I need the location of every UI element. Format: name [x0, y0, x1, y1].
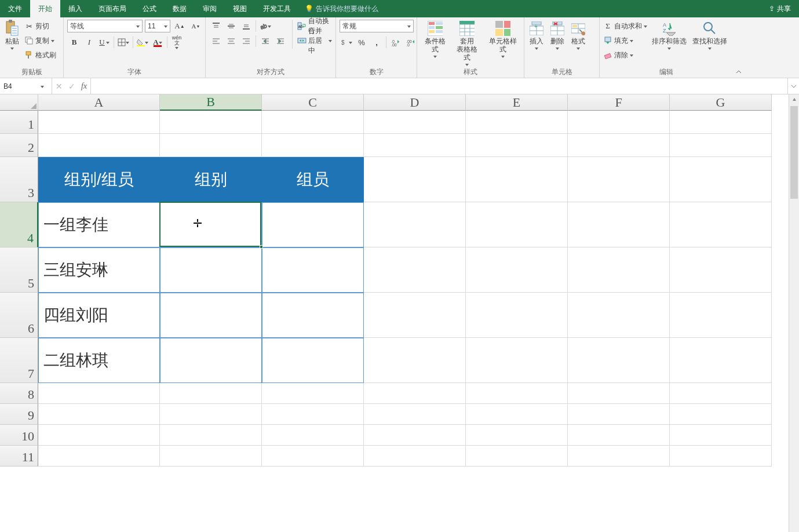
collapse-ribbon-button[interactable]	[733, 17, 745, 78]
tab-dev[interactable]: 开发工具	[255, 0, 299, 17]
row-header-5[interactable]: 5	[0, 247, 38, 293]
copy-button[interactable]: 复制	[24, 34, 56, 47]
tab-data[interactable]: 数据	[165, 0, 195, 17]
align-top-button[interactable]	[209, 20, 223, 32]
cell-F8[interactable]	[568, 383, 670, 404]
formula-input[interactable]	[91, 78, 787, 94]
tab-page-layout[interactable]: 页面布局	[90, 0, 134, 17]
decrease-indent-button[interactable]	[258, 35, 272, 48]
conditional-format-button[interactable]: 条件格式	[421, 20, 450, 59]
cell-C4[interactable]	[262, 202, 364, 247]
cell-F2[interactable]	[568, 134, 670, 157]
cell-D7[interactable]	[364, 338, 466, 383]
underline-button[interactable]: U	[97, 36, 111, 49]
row-header-8[interactable]: 8	[0, 383, 38, 404]
cell-A7[interactable]: 二组林琪	[38, 338, 160, 383]
tab-insert[interactable]: 插入	[60, 0, 90, 17]
cell-A8[interactable]	[38, 383, 160, 404]
border-button[interactable]	[116, 36, 130, 49]
vertical-scrollbar[interactable]	[789, 94, 799, 532]
cell-D10[interactable]	[364, 425, 466, 446]
tab-home[interactable]: 开始	[30, 0, 60, 17]
tell-me-search[interactable]: 💡 告诉我你想要做什么	[305, 4, 378, 14]
cell-A11[interactable]	[38, 446, 160, 467]
name-box[interactable]	[0, 78, 52, 94]
cell-F11[interactable]	[568, 446, 670, 467]
decrease-font-button[interactable]: A▼	[189, 20, 203, 32]
tab-formulas[interactable]: 公式	[134, 0, 165, 17]
fx-button[interactable]: fx	[81, 82, 87, 91]
cell-F7[interactable]	[568, 338, 670, 383]
orientation-button[interactable]: ab	[258, 20, 272, 32]
cell-B8[interactable]	[160, 383, 262, 404]
cell-E8[interactable]	[466, 383, 568, 404]
cell-G9[interactable]	[670, 404, 772, 425]
cell-B5[interactable]	[160, 247, 262, 293]
col-header-E[interactable]: E	[466, 94, 568, 111]
row-header-3[interactable]: 3	[0, 157, 38, 202]
share-button[interactable]: ⇪ 共享	[769, 4, 791, 14]
select-all-corner[interactable]	[0, 94, 38, 111]
delete-cells-button[interactable]: 删除	[549, 20, 566, 51]
expand-formula-bar-button[interactable]	[787, 78, 799, 94]
font-name-combo[interactable]: 等线	[67, 20, 143, 32]
cell-E9[interactable]	[466, 404, 568, 425]
number-format-combo[interactable]: 常规	[340, 20, 414, 32]
align-middle-button[interactable]	[224, 20, 238, 32]
cell-G1[interactable]	[670, 111, 772, 134]
cell-B2[interactable]	[160, 134, 262, 157]
cell-A9[interactable]	[38, 404, 160, 425]
cell-B1[interactable]	[160, 111, 262, 134]
col-header-G[interactable]: G	[670, 94, 772, 111]
cell-G2[interactable]	[670, 134, 772, 157]
cell-B6[interactable]	[160, 293, 262, 338]
cell-G3[interactable]	[670, 157, 772, 202]
cell-C3[interactable]: 组员	[262, 157, 364, 202]
chevron-down-icon[interactable]	[41, 86, 44, 88]
increase-decimal-button[interactable]: .0.00	[389, 36, 403, 49]
cell-F9[interactable]	[568, 404, 670, 425]
decrease-decimal-button[interactable]: .00.0	[404, 36, 418, 49]
cell-C2[interactable]	[262, 134, 364, 157]
cell-G8[interactable]	[670, 383, 772, 404]
increase-font-button[interactable]: A▲	[173, 20, 187, 32]
row-header-6[interactable]: 6	[0, 293, 38, 338]
paste-button[interactable]: 粘贴	[3, 20, 21, 51]
col-header-D[interactable]: D	[364, 94, 466, 111]
font-color-button[interactable]: A	[151, 36, 165, 49]
format-cells-button[interactable]: 格式	[570, 20, 587, 51]
confirm-formula-button[interactable]: ✓	[68, 82, 75, 91]
scrollbar-thumb[interactable]	[790, 106, 798, 199]
cell-D3[interactable]	[364, 157, 466, 202]
cut-button[interactable]: ✂剪切	[24, 20, 56, 32]
tab-review[interactable]: 审阅	[195, 0, 225, 17]
align-center-button[interactable]	[224, 35, 238, 48]
cell-E7[interactable]	[466, 338, 568, 383]
cell-E2[interactable]	[466, 134, 568, 157]
percent-button[interactable]: %	[355, 36, 369, 49]
accounting-format-button[interactable]: $	[340, 36, 353, 49]
cell-F3[interactable]	[568, 157, 670, 202]
cell-F1[interactable]	[568, 111, 670, 134]
cell-E10[interactable]	[466, 425, 568, 446]
cell-C7[interactable]	[262, 338, 364, 383]
insert-cells-button[interactable]: +插入	[528, 20, 545, 51]
cell-E5[interactable]	[466, 247, 568, 293]
cell-G4[interactable]	[670, 202, 772, 247]
row-header-10[interactable]: 10	[0, 425, 38, 446]
cell-G6[interactable]	[670, 293, 772, 338]
name-box-input[interactable]	[0, 82, 41, 90]
sheet-grid[interactable]: ABCDEFG123组别/组员组别组员4一组李佳5三组安琳6四组刘阳7二组林琪8…	[0, 94, 789, 532]
cell-G10[interactable]	[670, 425, 772, 446]
row-header-1[interactable]: 1	[0, 111, 38, 134]
cell-B10[interactable]	[160, 425, 262, 446]
increase-indent-button[interactable]	[273, 35, 287, 48]
cell-A4[interactable]: 一组李佳	[38, 202, 160, 247]
cell-A10[interactable]	[38, 425, 160, 446]
cell-B4[interactable]	[160, 202, 262, 247]
cell-D6[interactable]	[364, 293, 466, 338]
cell-A2[interactable]	[38, 134, 160, 157]
comma-button[interactable]: ,	[370, 36, 384, 49]
cell-A6[interactable]: 四组刘阳	[38, 293, 160, 338]
cell-C1[interactable]	[262, 111, 364, 134]
